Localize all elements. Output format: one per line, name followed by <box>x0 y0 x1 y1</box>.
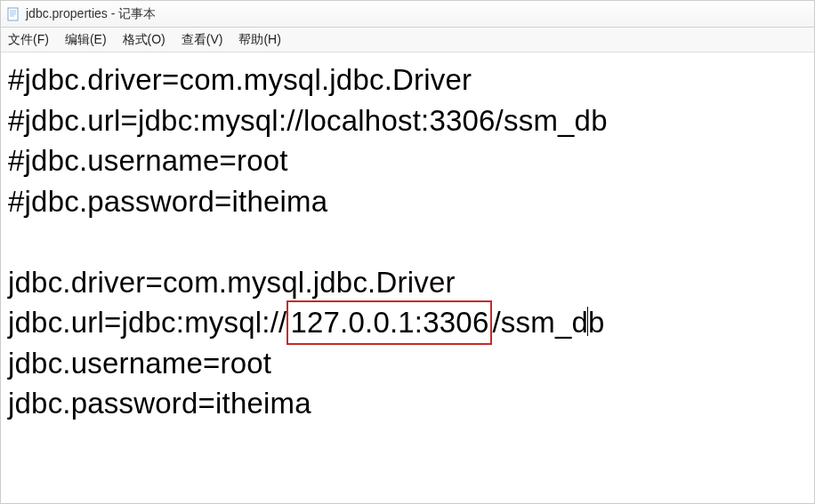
text-line: #jdbc.driver=com.mysql.jdbc.Driver <box>8 63 472 96</box>
menu-edit[interactable]: 编辑(E) <box>65 32 107 48</box>
titlebar[interactable]: jdbc.properties - 记事本 <box>1 1 814 28</box>
url-suffix1: /ssm_d <box>492 306 588 339</box>
url-prefix: jdbc.url=jdbc:mysql:// <box>8 306 286 339</box>
text-area[interactable]: #jdbc.driver=com.mysql.jdbc.Driver #jdbc… <box>1 52 814 431</box>
text-line: jdbc.username=root <box>8 347 271 380</box>
menu-file[interactable]: 文件(F) <box>8 32 49 48</box>
menubar: 文件(F) 编辑(E) 格式(O) 查看(V) 帮助(H) <box>1 28 814 52</box>
text-line: #jdbc.password=itheima <box>8 185 327 218</box>
highlight-box: 127.0.0.1:3306 <box>286 300 492 345</box>
menu-format[interactable]: 格式(O) <box>123 32 165 48</box>
menu-help[interactable]: 帮助(H) <box>238 32 280 48</box>
text-line: jdbc.password=itheima <box>8 387 311 420</box>
url-suffix2: b <box>588 306 605 339</box>
text-line-url: jdbc.url=jdbc:mysql://127.0.0.1:3306/ssm… <box>8 306 605 339</box>
text-line: #jdbc.url=jdbc:mysql://localhost:3306/ss… <box>8 104 608 137</box>
text-line: jdbc.driver=com.mysql.jdbc.Driver <box>8 266 456 299</box>
menu-view[interactable]: 查看(V) <box>182 32 223 48</box>
notepad-icon <box>6 7 20 21</box>
window-title: jdbc.properties - 记事本 <box>26 6 156 22</box>
text-line: #jdbc.username=root <box>8 144 288 177</box>
